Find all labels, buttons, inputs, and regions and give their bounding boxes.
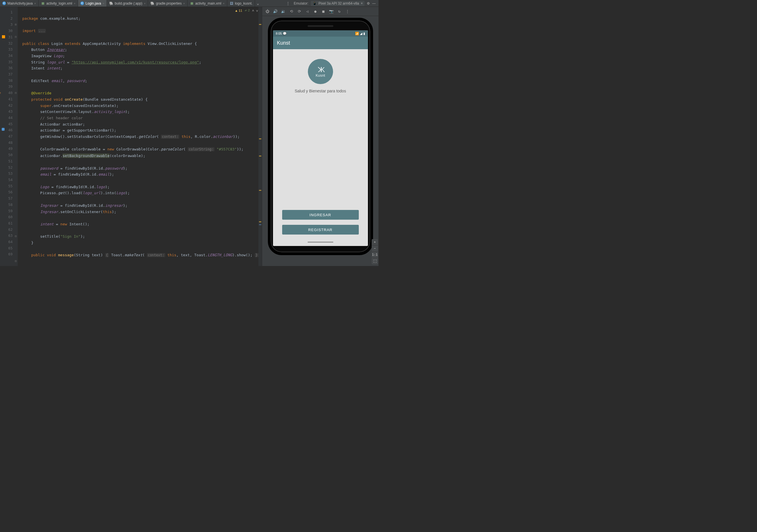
tab-activity-login-xml[interactable]: ▦activity_login.xml× (39, 0, 78, 7)
tab-mainactivity[interactable]: CMainActivity.java× (0, 0, 39, 7)
volume-down-icon[interactable]: 🔉 (281, 9, 286, 14)
class-icon: C (2, 1, 6, 5)
home-icon[interactable]: ● (313, 9, 318, 14)
next-highlight-icon[interactable]: v (257, 9, 258, 12)
tab-overflow-chevron[interactable]: ⌄ (255, 0, 261, 7)
app-title: Kunst (277, 40, 290, 46)
fold-icon[interactable]: ⊟ (15, 258, 16, 264)
xml-icon: ▦ (190, 1, 194, 5)
code-editor[interactable]: 1233031323334353637383940414243444546474… (0, 7, 262, 266)
app-action-bar: Kunst (273, 37, 368, 49)
volume-up-icon[interactable]: 🔊 (273, 9, 278, 14)
class-gutter-icon[interactable]: 🟧 (2, 34, 5, 37)
typos-badge[interactable]: ✓̶ 2 (244, 9, 250, 12)
breakpoint-icon[interactable] (2, 128, 5, 131)
zoom-actual-button[interactable]: 1:1 (372, 252, 378, 258)
warnings-badge[interactable]: ▲ 11 (235, 9, 242, 12)
tab-more-menu[interactable]: ⋮ (285, 0, 291, 7)
reload-icon[interactable]: ↻ (337, 9, 342, 14)
image-icon: 🖼 (229, 1, 233, 5)
tab-gradle-props[interactable]: 🐘gradle.properties× (148, 0, 188, 7)
device-frame: 8:05 💬 📶 ◢ ▮ Kunst ꓘK Kusnt Salud y Bien… (268, 18, 373, 255)
zoom-fit-button[interactable]: ⛶ (372, 258, 378, 264)
close-icon[interactable]: × (144, 2, 145, 5)
close-icon[interactable]: × (103, 2, 104, 5)
emulator-label: Emulator: (294, 1, 309, 5)
ingresar-button[interactable]: INGRESAR (282, 210, 359, 220)
zoom-out-button[interactable]: − (372, 245, 378, 252)
editor-tabs: CMainActivity.java× ▦activity_login.xml×… (0, 0, 285, 7)
close-icon[interactable]: × (34, 2, 36, 5)
code-content[interactable]: package com.example.kunst; import ... pu… (18, 7, 258, 266)
phone-speaker (308, 25, 333, 27)
emulator-toolbar: ⏻ 🔊 🔉 ⟲ ⟳ ◁ ● ■ 📷 ↻ ⋮ (262, 7, 378, 16)
close-icon[interactable]: × (183, 2, 185, 5)
device-screen[interactable]: 8:05 💬 📶 ◢ ▮ Kunst ꓘK Kusnt Salud y Bien… (273, 30, 368, 246)
xml-icon: ▦ (41, 1, 45, 5)
minimize-icon[interactable]: — (372, 1, 376, 5)
tab-logo-image[interactable]: 🖼logo_kusnt. (227, 0, 255, 7)
fold-icon[interactable]: ⊞ (15, 21, 16, 28)
tab-build-gradle[interactable]: 🐘build.gradle (:app)× (107, 0, 148, 7)
android-nav-pill[interactable] (308, 242, 333, 242)
tab-activity-main-xml[interactable]: ▦activity_main.xml× (188, 0, 227, 7)
overview-icon[interactable]: ■ (321, 9, 326, 14)
close-icon[interactable]: × (361, 1, 363, 5)
close-icon[interactable]: × (223, 2, 225, 5)
more-icon[interactable]: ⋮ (345, 9, 349, 14)
rotate-right-icon[interactable]: ⟳ (297, 9, 302, 14)
fold-icon[interactable]: ⊟ (15, 34, 16, 40)
gradle-icon: 🐘 (109, 1, 113, 5)
android-statusbar: 8:05 💬 📶 ◢ ▮ (273, 30, 368, 37)
app-tagline: Salud y Bienestar para todos (295, 89, 346, 93)
device-icon: 📱 (313, 1, 317, 5)
override-icon[interactable]: ◉↑ (0, 90, 1, 93)
line-gutter: 1233031323334353637383940414243444546474… (0, 7, 18, 266)
settings-icon[interactable]: ⚙ (367, 1, 370, 5)
power-icon[interactable]: ⏻ (265, 9, 270, 14)
zoom-controls: + − 1:1 ⛶ (372, 239, 378, 264)
class-icon: C (80, 1, 84, 5)
close-icon[interactable]: × (74, 2, 76, 5)
app-logo: ꓘK Kusnt (308, 59, 333, 84)
device-selector[interactable]: 📱 Pixel 3a API 32 arm64-v8a × (311, 1, 365, 6)
prev-highlight-icon[interactable]: ʌ (252, 9, 254, 12)
tab-login-java[interactable]: CLogin.java× (78, 0, 107, 7)
back-icon[interactable]: ◁ (305, 9, 310, 14)
zoom-in-button[interactable]: + (372, 239, 378, 245)
fold-icon[interactable]: ⊟ (15, 233, 16, 239)
screenshot-icon[interactable]: 📷 (329, 9, 334, 14)
fold-icon[interactable]: ⊟ (15, 90, 16, 96)
rotate-left-icon[interactable]: ⟲ (289, 9, 293, 14)
properties-icon: 🐘 (150, 1, 154, 5)
scroll-minimap[interactable] (258, 7, 262, 266)
registrar-button[interactable]: REGISTRAR (282, 225, 359, 235)
